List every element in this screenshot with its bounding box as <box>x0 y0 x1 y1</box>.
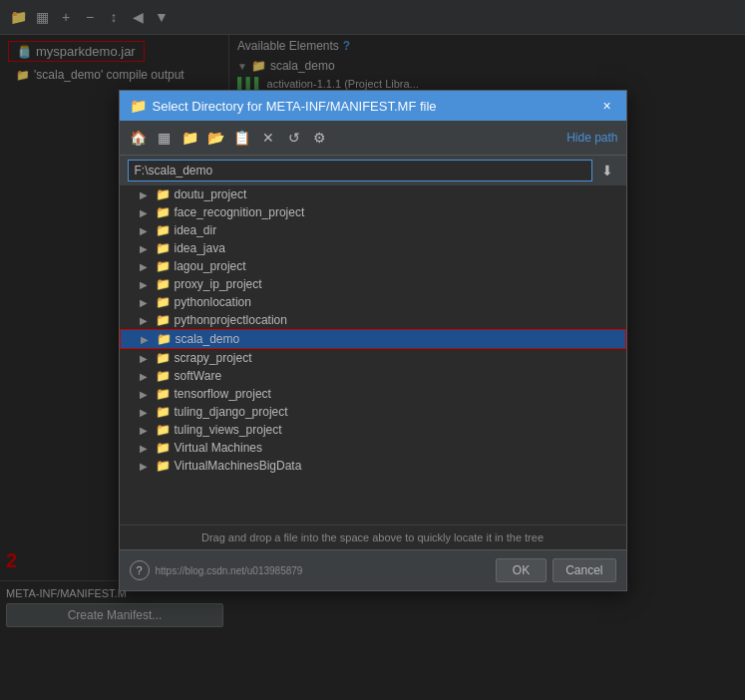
chevron-icon: ▶ <box>140 297 152 308</box>
folder-icon: 📁 <box>156 423 171 437</box>
select-directory-dialog: 📁 Select Directory for META-INF/MANIFEST… <box>119 90 627 591</box>
dialog-title: Select Directory for META-INF/MANIFEST.M… <box>153 99 437 114</box>
path-input-row: ⬇ <box>120 156 626 185</box>
tree-item[interactable]: ▶ 📁 idea_dir <box>120 221 626 239</box>
folder-icon: 📁 <box>156 205 171 219</box>
tree-item-label: tuling_views_project <box>175 423 282 437</box>
dialog-footer-right: OK Cancel <box>496 558 616 582</box>
folder-icon: 📁 <box>156 351 171 365</box>
folder-new-button[interactable]: 📂 <box>205 127 227 149</box>
tree-item-selected[interactable]: ▶ 📁 scala_demo <box>120 329 626 349</box>
folder-icon: 📁 <box>156 313 171 327</box>
modal-overlay: 📁 Select Directory for META-INF/MANIFEST… <box>0 0 745 700</box>
tree-item[interactable]: ▶ 📁 face_recognition_project <box>120 203 626 221</box>
ok-button[interactable]: OK <box>496 558 547 582</box>
tree-item[interactable]: ▶ 📁 pythonlocation <box>120 293 626 311</box>
tree-item-label: tensorflow_project <box>175 387 271 401</box>
dialog-footer-left: ? https://blog.csdn.net/u013985879 <box>130 560 303 580</box>
path-download-button[interactable]: ⬇ <box>596 160 618 181</box>
chevron-icon: ▶ <box>140 243 152 254</box>
tree-item[interactable]: ▶ 📁 idea_java <box>120 239 626 257</box>
folder-icon: 📁 <box>157 332 172 346</box>
folder-icon: 📁 <box>156 459 171 473</box>
folder-button[interactable]: 📁 <box>180 127 201 149</box>
dialog-titlebar: 📁 Select Directory for META-INF/MANIFEST… <box>120 91 626 121</box>
tree-item[interactable]: ▶ 📁 doutu_project <box>120 185 626 203</box>
path-input[interactable] <box>128 160 592 181</box>
tree-item-label: lagou_project <box>175 259 246 273</box>
cancel-button[interactable]: Cancel <box>553 558 615 582</box>
drag-hint: Drag and drop a file into the space abov… <box>120 525 626 549</box>
chevron-icon: ▶ <box>140 389 152 400</box>
tree-item[interactable]: ▶ 📁 VirtualMachinesBigData <box>120 457 626 475</box>
tree-item[interactable]: ▶ 📁 proxy_ip_project <box>120 275 626 293</box>
refresh-button[interactable]: ↺ <box>283 127 305 149</box>
footer-url: https://blog.csdn.net/u013985879 <box>156 565 303 576</box>
folder-icon: 📁 <box>156 223 171 237</box>
folder-icon: 📁 <box>156 405 171 419</box>
tree-item-label: doutu_project <box>175 187 247 201</box>
tree-item[interactable]: ▶ 📁 softWare <box>120 367 626 385</box>
tree-item-label: face_recognition_project <box>175 205 305 219</box>
settings-button[interactable]: ⚙ <box>309 127 331 149</box>
chevron-icon: ▶ <box>140 279 152 290</box>
tree-item[interactable]: ▶ 📁 tuling_views_project <box>120 421 626 439</box>
tree-item-label: idea_dir <box>175 223 217 237</box>
chevron-icon: ▶ <box>140 315 152 326</box>
grid-view-button[interactable]: ▦ <box>154 127 176 149</box>
tree-item[interactable]: ▶ 📁 lagou_project <box>120 257 626 275</box>
folder-icon: 📁 <box>156 295 171 309</box>
tree-item[interactable]: ▶ 📁 tensorflow_project <box>120 385 626 403</box>
chevron-icon: ▶ <box>140 443 152 454</box>
chevron-icon: ▶ <box>140 461 152 472</box>
tree-item-label: proxy_ip_project <box>175 277 262 291</box>
tree-item[interactable]: ▶ 📁 scrapy_project <box>120 349 626 367</box>
chevron-icon: ▶ <box>140 425 152 436</box>
dialog-close-button[interactable]: × <box>598 97 616 115</box>
tree-item-label: pythonlocation <box>175 295 251 309</box>
chevron-icon: ▶ <box>140 353 152 364</box>
tree-item-label: pythonprojectlocation <box>175 313 287 327</box>
tree-item[interactable]: ▶ 📁 tuling_django_project <box>120 403 626 421</box>
chevron-icon: ▶ <box>140 207 152 218</box>
tree-item-label: idea_java <box>175 241 225 255</box>
dialog-toolbar: 🏠 ▦ 📁 📂 📋 ✕ ↺ ⚙ Hide path <box>120 121 626 156</box>
folder-icon: 📁 <box>156 259 171 273</box>
tree-item[interactable]: ▶ 📁 Virtual Machines <box>120 439 626 457</box>
folder-move-button[interactable]: 📋 <box>231 127 253 149</box>
tree-item-label: scala_demo <box>176 332 240 346</box>
folder-icon: 📁 <box>156 187 171 201</box>
dialog-titlebar-left: 📁 Select Directory for META-INF/MANIFEST… <box>130 98 437 114</box>
dialog-title-icon: 📁 <box>130 98 147 114</box>
folder-icon: 📁 <box>156 241 171 255</box>
tree-item-label: softWare <box>175 369 222 383</box>
chevron-icon: ▶ <box>140 371 152 382</box>
chevron-icon: ▶ <box>140 225 152 236</box>
chevron-icon: ▶ <box>140 189 152 200</box>
dialog-footer: ? https://blog.csdn.net/u013985879 OK Ca… <box>120 549 626 590</box>
folder-icon: 📁 <box>156 369 171 383</box>
help-button[interactable]: ? <box>130 560 150 580</box>
tree-item-label: scrapy_project <box>175 351 252 365</box>
tree-area[interactable]: ▶ 📁 doutu_project ▶ 📁 face_recognition_p… <box>120 185 626 525</box>
hide-path-link[interactable]: Hide path <box>566 131 617 145</box>
home-button[interactable]: 🏠 <box>128 127 150 149</box>
tree-item[interactable]: ▶ 📁 pythonprojectlocation <box>120 311 626 329</box>
tree-item-label: tuling_django_project <box>175 405 288 419</box>
chevron-icon: ▶ <box>141 334 153 345</box>
delete-button[interactable]: ✕ <box>257 127 279 149</box>
folder-icon: 📁 <box>156 441 171 455</box>
chevron-icon: ▶ <box>140 261 152 272</box>
folder-icon: 📁 <box>156 387 171 401</box>
tree-item-label: VirtualMachinesBigData <box>175 459 302 473</box>
chevron-icon: ▶ <box>140 407 152 418</box>
folder-icon: 📁 <box>156 277 171 291</box>
tree-item-label: Virtual Machines <box>175 441 263 455</box>
